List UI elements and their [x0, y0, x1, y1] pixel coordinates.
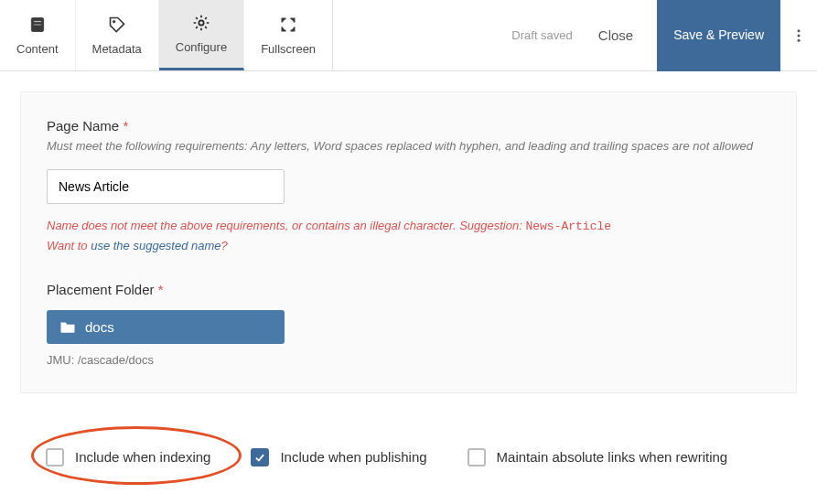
placement-folder-label-text: Placement Folder — [47, 282, 155, 297]
more-menu-button[interactable] — [780, 27, 817, 44]
draft-saved-status: Draft saved — [511, 28, 572, 42]
page-name-label-text: Page Name — [47, 118, 119, 134]
tab-configure[interactable]: Configure — [159, 0, 244, 70]
placement-folder-chip[interactable]: docs — [47, 310, 285, 344]
tab-label: Content — [16, 42, 59, 56]
svg-point-7 — [798, 38, 801, 41]
save-preview-label: Save & Preview — [673, 27, 764, 42]
toolbar-right: Draft saved Close Save & Preview — [511, 0, 817, 70]
page-name-input[interactable] — [47, 169, 285, 204]
placement-folder-name: docs — [85, 319, 114, 335]
placement-folder-section: Placement Folder * docs JMU: /cascade/do… — [47, 282, 770, 367]
page-name-help: Must meet the following requirements: An… — [47, 139, 770, 153]
svg-point-4 — [199, 20, 203, 25]
tab-label: Fullscreen — [261, 42, 316, 56]
placement-folder-label: Placement Folder * — [47, 282, 770, 297]
checkbox-label: Include when indexing — [75, 449, 210, 465]
checkbox-label: Maintain absolute links when rewriting — [497, 449, 728, 465]
close-button[interactable]: Close — [598, 27, 633, 43]
suggested-name: News-Article — [525, 220, 611, 233]
tab-label: Metadata — [92, 42, 142, 56]
gear-icon — [192, 14, 210, 35]
required-indicator: * — [158, 282, 164, 297]
page-body: Page Name * Must meet the following requ… — [0, 71, 817, 487]
checkbox-label: Include when publishing — [280, 449, 426, 465]
tag-icon — [108, 16, 126, 37]
toolbar: Content Metadata Configure Fullscreen Dr… — [0, 0, 817, 71]
tab-fullscreen[interactable]: Fullscreen — [244, 0, 333, 70]
check-icon — [253, 451, 266, 464]
placement-folder-path: JMU: /cascade/docs — [47, 353, 770, 367]
page-name-label: Page Name * — [47, 118, 770, 134]
error-prefix: Name does not meet the above requirement… — [47, 219, 525, 232]
svg-point-5 — [798, 29, 801, 32]
svg-point-6 — [798, 34, 801, 37]
tabs: Content Metadata Configure Fullscreen — [0, 0, 333, 70]
configure-card: Page Name * Must meet the following requ… — [20, 91, 797, 393]
save-preview-button[interactable]: Save & Preview — [657, 0, 780, 71]
use-suggested-name-link[interactable]: use the suggested name — [91, 239, 220, 252]
checkbox-indexing[interactable]: Include when indexing — [46, 448, 210, 466]
error-line2-prefix: Want to — [47, 239, 91, 252]
more-vertical-icon — [790, 27, 807, 44]
fullscreen-icon — [279, 16, 297, 37]
svg-point-3 — [113, 20, 115, 23]
folder-icon — [59, 319, 76, 334]
tab-label: Configure — [176, 40, 227, 54]
page-name-error: Name does not meet the above requirement… — [47, 217, 770, 256]
document-icon — [28, 16, 47, 37]
checkbox-row: Include when indexing Include when publi… — [20, 448, 797, 466]
checkbox-box-checked[interactable] — [251, 448, 269, 466]
checkbox-box[interactable] — [46, 448, 64, 466]
checkbox-absolute-links[interactable]: Maintain absolute links when rewriting — [468, 448, 728, 466]
svg-rect-2 — [34, 24, 41, 26]
checkbox-box[interactable] — [468, 448, 486, 466]
required-indicator: * — [123, 118, 128, 134]
error-line2-suffix: ? — [221, 239, 228, 252]
checkbox-publishing[interactable]: Include when publishing — [251, 448, 426, 466]
svg-rect-1 — [34, 20, 41, 22]
tab-content[interactable]: Content — [0, 0, 76, 70]
tab-metadata[interactable]: Metadata — [76, 0, 159, 70]
